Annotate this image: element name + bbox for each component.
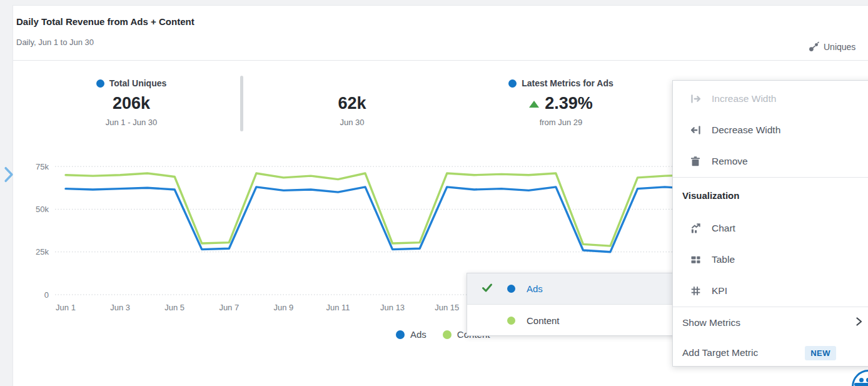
menu-item-label: KPI [712, 285, 727, 297]
svg-text:Jun 11: Jun 11 [326, 303, 350, 312]
menu-item-label: Show Metrics [682, 317, 740, 328]
menu-item-increase-width: Increase Width [673, 83, 868, 114]
help-bubble-eye-icon [859, 378, 864, 382]
series-dropdown: Ads Content [467, 273, 679, 336]
svg-text:50k: 50k [36, 205, 49, 214]
ads-series-dot-icon [507, 285, 515, 293]
svg-text:Jun 9: Jun 9 [273, 303, 293, 312]
menu-item-label: Increase Width [712, 93, 776, 104]
legend-item-ads[interactable]: Ads [396, 329, 426, 340]
chart-icon [689, 223, 702, 234]
dashboard-canvas: 025k50k75kJun 1Jun 3Jun 5Jun 7Jun 9Jun 1… [0, 0, 868, 386]
help-bubble-mouth-icon [854, 383, 868, 386]
content-series-dot-icon [443, 330, 452, 339]
series-option-label: Content [527, 315, 560, 326]
trash-icon [689, 156, 702, 167]
menu-item-table[interactable]: Table [673, 244, 868, 275]
hash-icon [689, 285, 702, 297]
series-option-content[interactable]: Content [467, 305, 679, 336]
svg-text:75k: 75k [36, 162, 49, 171]
series-option-ads[interactable]: Ads [467, 273, 679, 305]
ads-series-dot-icon [396, 330, 405, 339]
menu-item-chart[interactable]: Chart [673, 213, 868, 244]
decrease-width-icon [689, 124, 702, 136]
menu-item-decrease-width[interactable]: Decrease Width [673, 114, 868, 146]
checkmark-icon [481, 282, 493, 296]
menu-item-label: Chart [712, 223, 735, 234]
menu-item-label: Decrease Width [712, 124, 780, 136]
svg-text:Jun 3: Jun 3 [110, 303, 130, 312]
series-option-label: Ads [527, 283, 543, 294]
svg-text:Jun 1: Jun 1 [56, 303, 76, 312]
menu-item-remove[interactable]: Remove [673, 146, 868, 177]
legend-label: Ads [410, 329, 426, 340]
new-badge: NEW [805, 346, 836, 360]
menu-item-add-target-metric[interactable]: Add Target Metric NEW [673, 338, 868, 367]
svg-text:Jun 13: Jun 13 [380, 303, 405, 312]
menu-item-label: Table [712, 254, 735, 265]
svg-text:25k: 25k [36, 247, 49, 256]
chevron-right-icon [854, 316, 864, 330]
svg-text:Jun 7: Jun 7 [219, 303, 239, 312]
svg-text:0: 0 [44, 290, 49, 300]
menu-item-show-metrics[interactable]: Show Metrics [673, 307, 868, 338]
menu-item-kpi[interactable]: KPI [673, 275, 868, 307]
table-icon [689, 254, 702, 265]
menu-section-visualization: Visualization [673, 178, 868, 213]
widget-context-menu: Increase Width Decrease Width Remove Vis… [672, 80, 868, 367]
content-series-dot-icon [507, 317, 515, 325]
increase-width-icon [689, 93, 702, 104]
menu-item-label: Remove [712, 156, 748, 167]
svg-text:Jun 15: Jun 15 [435, 303, 459, 312]
svg-text:Jun 5: Jun 5 [164, 303, 184, 312]
menu-item-label: Add Target Metric [682, 347, 758, 358]
